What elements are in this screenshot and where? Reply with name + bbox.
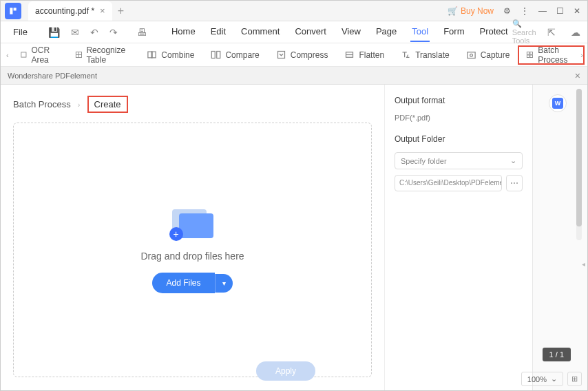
word-export-badge[interactable]: W: [549, 94, 567, 112]
svg-rect-8: [277, 52, 284, 59]
redo-icon[interactable]: ↷: [105, 27, 122, 38]
toolbar-scroll-left[interactable]: ‹: [3, 51, 12, 59]
chevron-right-icon: ›: [78, 101, 81, 109]
folder-add-icon: +: [172, 207, 213, 240]
output-folder-path[interactable]: C:\Users\Geili\Desktop\PDFelement\Cr: [395, 175, 502, 191]
svg-point-11: [470, 54, 472, 56]
scrollbar[interactable]: [576, 89, 582, 240]
tool-translate[interactable]: Translate: [392, 45, 458, 65]
output-folder-label: Output Folder: [395, 134, 523, 144]
maximize-icon[interactable]: ☐: [556, 6, 564, 16]
panel-close-icon[interactable]: ×: [575, 70, 580, 81]
tab-filename: accounting.pdf *: [35, 6, 94, 16]
expand-handle[interactable]: ◂: [579, 250, 587, 277]
breadcrumb: Batch Process › Create: [13, 96, 372, 113]
output-panel: Output format PDF(*.pdf) Output Folder S…: [384, 85, 532, 390]
tab-page[interactable]: Page: [375, 22, 398, 42]
fit-page-icon[interactable]: ⊞: [567, 372, 582, 386]
titlebar: accounting.pdf * × + 🛒 Buy Now ⚙ ⋮ — ☐ ✕: [1, 1, 587, 21]
buy-now-link[interactable]: 🛒 Buy Now: [448, 6, 494, 16]
add-files-button[interactable]: Add Files: [152, 273, 214, 293]
svg-rect-13: [530, 52, 533, 54]
tab-comment[interactable]: Comment: [240, 22, 281, 42]
left-panel: Batch Process › Create + Drag and drop f…: [1, 85, 384, 390]
svg-rect-2: [21, 52, 25, 57]
dropzone[interactable]: + Drag and drop files here Add Files ▾: [13, 123, 372, 377]
svg-rect-12: [527, 52, 530, 54]
tab-protect[interactable]: Protect: [478, 22, 509, 42]
sidebar-right: W ◂ 1 / 1 100%⌄ ⊞: [532, 85, 587, 390]
tool-flatten[interactable]: Flatten: [336, 45, 392, 65]
document-tab[interactable]: accounting.pdf * ×: [28, 1, 112, 21]
svg-rect-10: [468, 52, 475, 59]
main-tabs: Home Edit Comment Convert View Page Tool…: [170, 22, 510, 42]
toolbar-scroll-right[interactable]: ›: [578, 51, 586, 59]
dropzone-text: Drag and drop files here: [140, 251, 244, 262]
settings-icon[interactable]: ⚙: [503, 6, 511, 16]
minimize-icon[interactable]: —: [538, 6, 547, 16]
svg-rect-6: [212, 52, 216, 59]
add-files-dropdown[interactable]: ▾: [215, 274, 233, 293]
chevron-down-icon: ⌄: [510, 156, 516, 165]
tool-batch-process[interactable]: Batch Process: [518, 45, 585, 65]
tool-capture[interactable]: Capture: [458, 45, 518, 65]
toolbar: ‹ OCR Area Recognize Table Combine Compa…: [1, 43, 587, 67]
tab-convert[interactable]: Convert: [293, 22, 328, 42]
panel-header: Wondershare PDFelement ×: [1, 67, 587, 85]
browse-folder-button[interactable]: ⋯: [506, 175, 523, 191]
tool-compress[interactable]: Compress: [268, 45, 337, 65]
tab-close-icon[interactable]: ×: [100, 6, 105, 16]
tab-home[interactable]: Home: [170, 22, 197, 42]
share-icon[interactable]: ⇱: [543, 27, 560, 38]
tab-view[interactable]: View: [340, 22, 362, 42]
more-icon[interactable]: ⋮: [521, 6, 529, 16]
output-format-label: Output format: [395, 96, 523, 105]
undo-icon[interactable]: ↶: [86, 27, 103, 38]
breadcrumb-root[interactable]: Batch Process: [13, 99, 71, 109]
output-folder-select[interactable]: Specify folder⌄: [395, 152, 523, 169]
output-format-value: PDF(*.pdf): [395, 114, 523, 122]
print-icon[interactable]: 🖶: [133, 27, 151, 38]
page-indicator: 1 / 1: [543, 348, 571, 361]
save-icon[interactable]: 💾: [44, 27, 64, 38]
tool-combine[interactable]: Combine: [138, 45, 202, 65]
apply-button[interactable]: Apply: [256, 361, 315, 381]
svg-rect-1: [14, 8, 17, 10]
cloud-icon[interactable]: ☁: [567, 27, 585, 38]
app-icon: [5, 3, 21, 19]
panel-title: Wondershare PDFelement: [8, 72, 97, 80]
breadcrumb-current: Create: [87, 96, 128, 113]
chevron-down-icon: ⌄: [551, 374, 557, 383]
tab-edit[interactable]: Edit: [209, 22, 227, 42]
menubar: File 💾 ✉ ↶ ↷ 🖶 Home Edit Comment Convert…: [1, 21, 587, 43]
file-menu[interactable]: File: [8, 27, 33, 37]
tool-recognize-table[interactable]: Recognize Table: [67, 45, 139, 65]
svg-rect-15: [530, 55, 533, 58]
close-window-icon[interactable]: ✕: [574, 6, 580, 16]
tool-compare[interactable]: Compare: [202, 45, 267, 65]
svg-rect-14: [527, 55, 530, 58]
tab-form[interactable]: Form: [442, 22, 465, 42]
mail-icon[interactable]: ✉: [67, 27, 83, 38]
search-tools[interactable]: 🔍 Search Tools: [512, 19, 536, 45]
svg-rect-0: [10, 8, 12, 14]
tool-ocr-area[interactable]: OCR Area: [12, 45, 67, 65]
new-tab-button[interactable]: +: [118, 5, 124, 17]
tab-tool[interactable]: Tool: [410, 22, 430, 42]
zoom-select[interactable]: 100%⌄: [521, 372, 563, 386]
svg-rect-7: [217, 52, 220, 59]
